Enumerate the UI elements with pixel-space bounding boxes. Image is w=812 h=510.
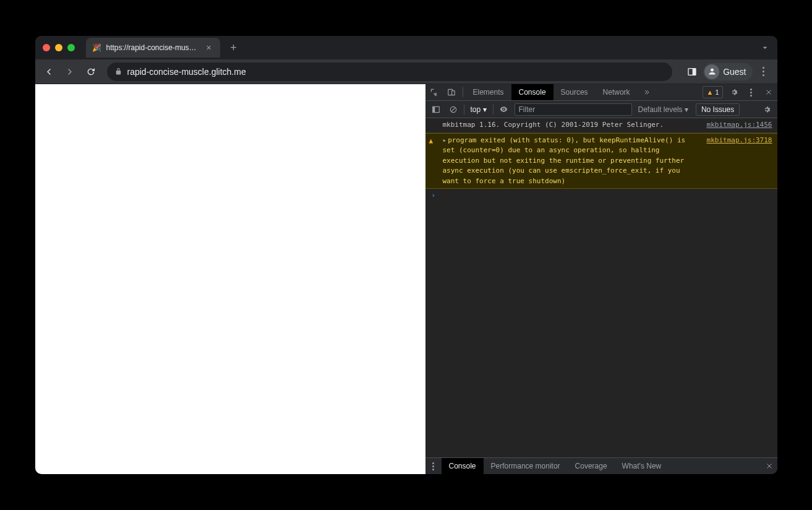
avatar-icon — [704, 64, 719, 79]
tab-close-button[interactable]: × — [204, 43, 214, 53]
url-text: rapid-concise-muscle.glitch.me — [127, 67, 246, 77]
drawer-tab-coverage[interactable]: Coverage — [568, 458, 615, 474]
devtools-close-icon[interactable] — [760, 84, 777, 100]
svg-rect-5 — [432, 106, 435, 112]
profile-chip[interactable]: Guest — [703, 63, 752, 80]
devtools-settings-icon[interactable] — [725, 84, 743, 100]
warning-count: 1 — [715, 89, 719, 96]
log-levels-selector[interactable]: Default levels ▾ — [638, 105, 688, 114]
drawer-menu-icon[interactable] — [425, 458, 442, 474]
device-toolbar-icon[interactable] — [443, 84, 460, 100]
browser-window: 🎉 https://rapid-concise-muscle.g × + rap… — [35, 36, 777, 474]
browser-tab[interactable]: 🎉 https://rapid-concise-muscle.g × — [86, 38, 220, 58]
toolbar: rapid-concise-muscle.glitch.me Guest — [35, 59, 777, 84]
svg-rect-1 — [693, 68, 696, 75]
toggle-sidebar-icon[interactable] — [429, 103, 443, 116]
maximize-window-button[interactable] — [67, 44, 75, 51]
devtools-drawer-tabs: Console Performance monitor Coverage Wha… — [425, 457, 777, 474]
browser-menu-button[interactable] — [755, 63, 772, 80]
console-filter-input[interactable] — [515, 103, 632, 116]
drawer-tab-whats-new[interactable]: What's New — [615, 458, 669, 474]
content-area: Elements Console Sources Network ▲ 1 — [35, 84, 777, 474]
lock-icon — [114, 67, 122, 76]
console-message: ▲ ▸program exited (with status: 0), but … — [425, 133, 777, 189]
tab-network[interactable]: Network — [596, 84, 638, 100]
back-button[interactable] — [40, 63, 58, 80]
devtools-panel: Elements Console Sources Network ▲ 1 — [425, 84, 777, 474]
tab-favicon: 🎉 — [92, 43, 101, 52]
devtools-dock-icon[interactable] — [683, 63, 701, 80]
console-prompt[interactable]: › — [425, 189, 777, 202]
warning-icon: ▲ — [706, 89, 713, 96]
drawer-tab-performance-monitor[interactable]: Performance monitor — [484, 458, 568, 474]
window-controls — [43, 44, 75, 51]
tab-title: https://rapid-concise-muscle.g — [106, 43, 199, 52]
warnings-badge[interactable]: ▲ 1 — [703, 86, 722, 98]
live-expression-icon[interactable] — [497, 103, 511, 116]
console-message: mkbitmap 1.16. Copyright (C) 2001-2019 P… — [425, 118, 777, 133]
console-toolbar: top ▾ Default levels ▾ No Issues — [425, 101, 777, 118]
new-tab-button[interactable]: + — [225, 39, 242, 56]
toolbar-right: Guest — [683, 63, 772, 80]
console-settings-icon[interactable] — [760, 103, 774, 116]
reload-button[interactable] — [82, 63, 100, 80]
clear-console-icon[interactable] — [447, 103, 460, 116]
drawer-tab-console[interactable]: Console — [442, 458, 484, 474]
page-viewport[interactable] — [35, 84, 425, 474]
warning-icon: ▲ — [429, 136, 434, 147]
minimize-window-button[interactable] — [55, 44, 62, 51]
issues-badge[interactable]: No Issues — [696, 103, 740, 116]
context-selector[interactable]: top ▾ — [468, 104, 489, 115]
message-text: mkbitmap 1.16. Copyright (C) 2001-2019 P… — [443, 120, 701, 131]
tab-elements[interactable]: Elements — [466, 84, 511, 100]
expand-caret-icon[interactable]: ▸ — [443, 136, 447, 144]
message-source-link[interactable]: mkbitmap.js:1456 — [707, 120, 772, 131]
devtools-menu-icon[interactable] — [743, 84, 760, 100]
svg-rect-3 — [451, 91, 455, 95]
drawer-close-icon[interactable] — [761, 458, 777, 474]
tab-sources[interactable]: Sources — [553, 84, 596, 100]
message-text: ▸program exited (with status: 0), but ke… — [443, 136, 701, 187]
close-window-button[interactable] — [43, 44, 50, 51]
more-tabs-icon[interactable] — [638, 84, 655, 100]
profile-label: Guest — [723, 67, 746, 77]
forward-button[interactable] — [61, 63, 79, 80]
address-bar[interactable]: rapid-concise-muscle.glitch.me — [107, 63, 673, 81]
tab-search-button[interactable] — [760, 43, 770, 53]
devtools-tabstrip: Elements Console Sources Network ▲ 1 — [425, 84, 777, 101]
console-output: mkbitmap 1.16. Copyright (C) 2001-2019 P… — [425, 118, 777, 457]
message-source-link[interactable]: mkbitmap.js:3718 — [707, 136, 772, 146]
tab-strip: 🎉 https://rapid-concise-muscle.g × + — [35, 36, 777, 59]
inspect-element-icon[interactable] — [425, 84, 443, 100]
tab-console[interactable]: Console — [511, 84, 553, 100]
